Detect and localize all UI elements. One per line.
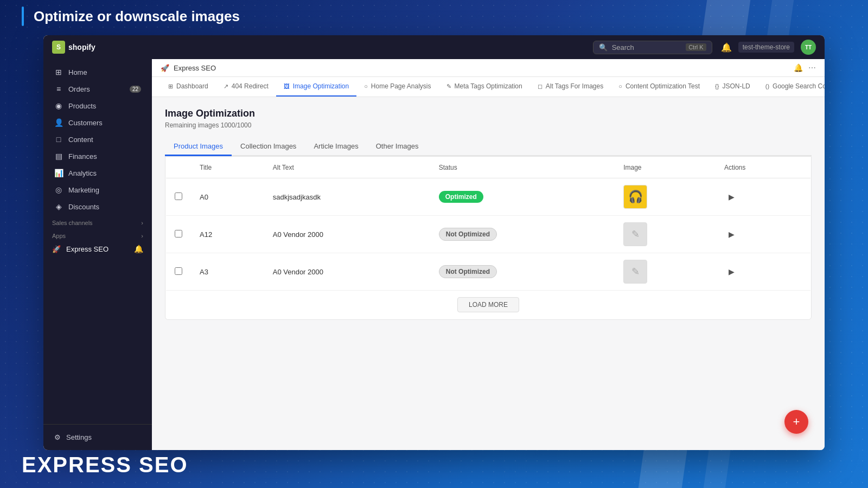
sidebar-item-home[interactable]: ⊞ Home bbox=[46, 64, 150, 80]
apps-section: Apps › bbox=[43, 228, 152, 241]
inner-tabs: Product ImagesCollection ImagesArticle I… bbox=[165, 138, 812, 156]
sidebar-nav: ⊞ Home ≡ Orders 22 ◉ Products 👤 Customer… bbox=[43, 63, 152, 215]
orders-badge: 22 bbox=[130, 86, 141, 93]
sidebar: ⊞ Home ≡ Orders 22 ◉ Products 👤 Customer… bbox=[43, 59, 152, 450]
shopify-logo: S shopify bbox=[52, 41, 95, 54]
fab-icon: + bbox=[793, 415, 800, 429]
search-console-tab-label: Google Search Console bbox=[773, 82, 825, 90]
inner-tab-product-images[interactable]: Product Images bbox=[165, 138, 232, 156]
tab-redirect[interactable]: ↗ 404 Redirect bbox=[216, 77, 276, 97]
row-2-action-button[interactable]: ▶ bbox=[724, 228, 739, 241]
store-name[interactable]: test-theme-store bbox=[738, 42, 794, 53]
apps-chevron: › bbox=[141, 233, 143, 239]
row-1-checkbox-cell bbox=[166, 178, 192, 216]
analytics-nav-label: Analytics bbox=[68, 169, 97, 177]
express-seo-nav-label: Express SEO bbox=[66, 245, 108, 253]
tab-dashboard[interactable]: ⊞ Dashboard bbox=[161, 77, 216, 97]
header-bell-icon[interactable]: 🔔 bbox=[794, 63, 803, 72]
content-area: 🚀 Express SEO 🔔 ⋯ ⊞ Dashboard ↗ 404 Redi… bbox=[152, 59, 825, 450]
finances-nav-icon: ▤ bbox=[54, 152, 63, 160]
col-header-alt-text: Alt Text bbox=[264, 157, 430, 178]
table-wrapper: TitleAlt TextStatusImageActions A0sadkjs… bbox=[165, 156, 812, 320]
metatags-tab-label: Meta Tags Optimization bbox=[455, 82, 522, 90]
row-1-image: 🎧 bbox=[615, 178, 716, 216]
fab-add-button[interactable]: + bbox=[784, 410, 808, 434]
load-more-button[interactable]: LOAD MORE bbox=[457, 297, 519, 312]
alttags-tab-label: Alt Tags For Images bbox=[546, 82, 604, 90]
sidebar-item-orders[interactable]: ≡ Orders 22 bbox=[46, 81, 150, 97]
top-banner: Optimize or downscale images bbox=[0, 0, 868, 33]
shopify-logo-text: shopify bbox=[68, 43, 95, 52]
search-shortcut: Ctrl K bbox=[686, 43, 706, 51]
express-seo-nav-icon: 🚀 bbox=[52, 245, 61, 253]
row-2-checkbox[interactable] bbox=[175, 230, 182, 237]
sidebar-item-express-seo[interactable]: 🚀 Express SEO 🔔 bbox=[43, 241, 152, 256]
sidebar-item-settings[interactable]: ⚙ Settings bbox=[46, 429, 150, 445]
row-1-thumbnail-icon: 🎧 bbox=[628, 190, 643, 204]
tab-content-opt[interactable]: ○ Content Optimization Test bbox=[611, 77, 707, 97]
apps-label: Apps bbox=[52, 233, 66, 239]
express-seo-header-actions: 🔔 ⋯ bbox=[794, 63, 816, 72]
tab-metatags[interactable]: ✎ Meta Tags Optimization bbox=[439, 77, 530, 97]
tab-alttags[interactable]: ◻ Alt Tags For Images bbox=[530, 77, 611, 97]
row-3-title: A3 bbox=[191, 253, 264, 291]
sidebar-item-finances[interactable]: ▤ Finances bbox=[46, 148, 150, 164]
row-1-alt-text: sadkjsadjkasdk bbox=[264, 178, 430, 216]
sidebar-item-customers[interactable]: 👤 Customers bbox=[46, 114, 150, 131]
topbar-search[interactable]: 🔍 Search Ctrl K bbox=[593, 41, 712, 54]
redirect-tab-icon: ↗ bbox=[224, 83, 228, 90]
col-header-status: Status bbox=[430, 157, 615, 178]
row-1-action-button[interactable]: ▶ bbox=[724, 190, 739, 203]
row-1-checkbox[interactable] bbox=[175, 192, 182, 200]
customers-nav-label: Customers bbox=[68, 119, 103, 127]
table-header: TitleAlt TextStatusImageActions bbox=[166, 157, 811, 178]
bottom-banner: EXPRESS SEO bbox=[22, 453, 188, 477]
inner-tab-collection-images[interactable]: Collection Images bbox=[232, 138, 305, 156]
banner-accent bbox=[22, 7, 24, 26]
metatags-tab-icon: ✎ bbox=[446, 83, 451, 90]
sidebar-item-products[interactable]: ◉ Products bbox=[46, 98, 150, 114]
orders-nav-label: Orders bbox=[68, 85, 90, 93]
browser-window: S shopify 🔍 Search Ctrl K 🔔 test-theme-s… bbox=[43, 35, 825, 450]
col-header-checkbox bbox=[166, 157, 192, 178]
shopify-logo-icon: S bbox=[52, 41, 65, 54]
marketing-nav-label: Marketing bbox=[68, 186, 99, 194]
homepage-tab-label: Home Page Analysis bbox=[371, 82, 431, 90]
tab-search-console[interactable]: () Google Search Console bbox=[758, 77, 825, 97]
sidebar-item-discounts[interactable]: ◈ Discounts bbox=[46, 198, 150, 215]
image-opt-tab-label: Image Optimization bbox=[293, 82, 349, 90]
search-icon: 🔍 bbox=[599, 43, 608, 52]
homepage-tab-icon: ○ bbox=[364, 83, 368, 89]
table-row: A0sadkjsadjkasdkOptimized🎧▶ bbox=[166, 178, 811, 216]
product-images-table: TitleAlt TextStatusImageActions A0sadkjs… bbox=[165, 157, 811, 319]
row-2-alt-text: A0 Vendor 2000 bbox=[264, 216, 430, 253]
tab-image-opt[interactable]: 🖼 Image Optimization bbox=[276, 77, 356, 97]
orders-nav-icon: ≡ bbox=[54, 85, 63, 93]
row-3-checkbox[interactable] bbox=[175, 267, 182, 275]
inner-tab-article-images[interactable]: Article Images bbox=[305, 138, 367, 156]
express-seo-bell-icon[interactable]: 🔔 bbox=[134, 245, 143, 253]
header-more-icon[interactable]: ⋯ bbox=[808, 63, 816, 72]
row-3-thumbnail: ✎ bbox=[623, 260, 647, 284]
avatar[interactable]: TT bbox=[801, 40, 816, 55]
sidebar-item-content[interactable]: □ Content bbox=[46, 131, 150, 147]
row-3-actions: ▶ bbox=[716, 253, 811, 291]
page-content: Image Optimization Remaining images 1000… bbox=[152, 97, 825, 450]
row-2-actions: ▶ bbox=[716, 216, 811, 253]
row-1-title: A0 bbox=[191, 178, 264, 216]
row-3-action-button[interactable]: ▶ bbox=[724, 265, 739, 278]
tab-homepage[interactable]: ○ Home Page Analysis bbox=[356, 77, 438, 97]
sales-channels-label: Sales channels bbox=[52, 220, 93, 226]
express-seo-header: 🚀 Express SEO 🔔 ⋯ bbox=[152, 59, 825, 77]
finances-nav-label: Finances bbox=[68, 152, 97, 160]
tab-json-ld[interactable]: {} JSON-LD bbox=[707, 77, 758, 97]
row-3-image: ✎ bbox=[615, 253, 716, 291]
notification-bell-icon[interactable]: 🔔 bbox=[721, 42, 732, 53]
content-opt-tab-label: Content Optimization Test bbox=[626, 82, 700, 90]
row-2-thumbnail-icon: ✎ bbox=[631, 228, 640, 240]
inner-tab-other-images[interactable]: Other Images bbox=[367, 138, 427, 156]
sidebar-item-marketing[interactable]: ◎ Marketing bbox=[46, 182, 150, 198]
topbar-right: 🔔 test-theme-store TT bbox=[721, 40, 816, 55]
sidebar-item-analytics[interactable]: 📊 Analytics bbox=[46, 165, 150, 181]
row-3-status: Not Optimized bbox=[430, 253, 615, 291]
